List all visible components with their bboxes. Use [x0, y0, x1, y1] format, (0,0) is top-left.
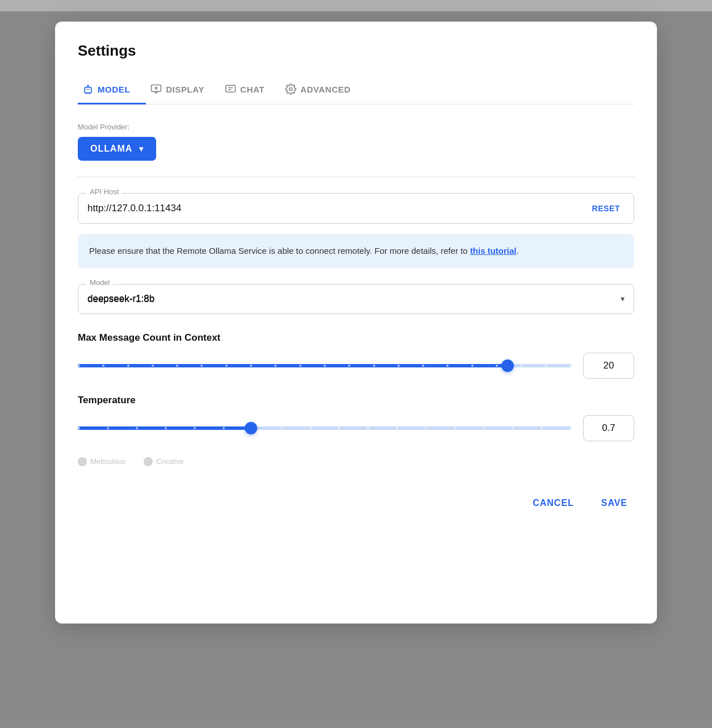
svg-rect-1	[87, 89, 88, 90]
temperature-slider-track	[78, 421, 572, 435]
temperature-section: Temperature	[78, 395, 634, 441]
temperature-value-box[interactable]: 0.7	[583, 415, 634, 441]
reset-button[interactable]: RESET	[588, 202, 625, 215]
meticulous-label: Meticulous	[90, 457, 125, 466]
temperature-labels-row: Meticulous Creative	[78, 457, 634, 466]
max-message-slider-track	[78, 359, 572, 373]
modal-title: Settings	[78, 42, 634, 60]
info-text-1: Please ensure that the Remote Ollama Ser…	[89, 246, 470, 256]
svg-rect-4	[152, 85, 161, 92]
svg-point-7	[289, 88, 292, 91]
chat-icon	[225, 83, 236, 95]
save-button[interactable]: SAVE	[594, 493, 634, 513]
tutorial-link[interactable]: this tutorial	[470, 246, 517, 256]
modal-footer: CANCEL SAVE	[78, 484, 634, 513]
tab-display[interactable]: DISPLAY	[146, 76, 220, 104]
settings-modal: Settings MODEL DISPLAY CHAT	[55, 22, 657, 624]
api-host-value: http://127.0.0.1:11434	[87, 203, 181, 214]
tabs-bar: MODEL DISPLAY CHAT ADVANCED	[78, 76, 634, 104]
tab-chat[interactable]: CHAT	[220, 76, 280, 104]
info-text-2: .	[517, 246, 519, 256]
max-message-value-box[interactable]: 20	[583, 353, 634, 379]
divider-1	[78, 177, 634, 177]
api-host-field: API Host http://127.0.0.1:11434 RESET	[78, 193, 634, 224]
svg-rect-2	[89, 89, 90, 90]
cancel-button[interactable]: CANCEL	[526, 493, 580, 513]
max-message-count-label: Max Message Count in Context	[78, 332, 634, 344]
svg-point-5	[156, 87, 157, 89]
gear-icon	[285, 83, 296, 95]
api-host-legend: API Host	[86, 187, 122, 196]
model-select[interactable]: deepseek-r1:8b	[78, 284, 634, 313]
info-box: Please ensure that the Remote Ollama Ser…	[78, 234, 634, 268]
model-field: Model deepseek-r1:8b ▾ deepseek-r1:8b	[78, 284, 634, 314]
tab-advanced[interactable]: ADVANCED	[280, 76, 367, 104]
provider-dropdown-button[interactable]: OLLAMA ▾	[78, 137, 156, 161]
svg-point-3	[87, 85, 89, 86]
tab-display-label: DISPLAY	[166, 85, 204, 94]
provider-value: OLLAMA	[90, 144, 132, 154]
chevron-down-icon: ▾	[139, 144, 144, 153]
creative-label: Creative	[156, 457, 183, 466]
tab-model-label: MODEL	[98, 85, 130, 94]
tab-model[interactable]: MODEL	[78, 76, 146, 104]
temperature-label: Temperature	[78, 395, 634, 406]
svg-rect-6	[226, 85, 236, 92]
model-provider-label: Model Provider:	[78, 123, 634, 131]
max-message-count-section: Max Message Count in Context	[78, 332, 634, 379]
tab-chat-label: CHAT	[240, 85, 265, 94]
robot-icon	[82, 83, 94, 95]
display-icon	[150, 83, 162, 95]
tab-advanced-label: ADVANCED	[300, 85, 351, 94]
svg-rect-0	[85, 87, 91, 93]
overlay: Settings MODEL DISPLAY CHAT	[0, 11, 712, 728]
